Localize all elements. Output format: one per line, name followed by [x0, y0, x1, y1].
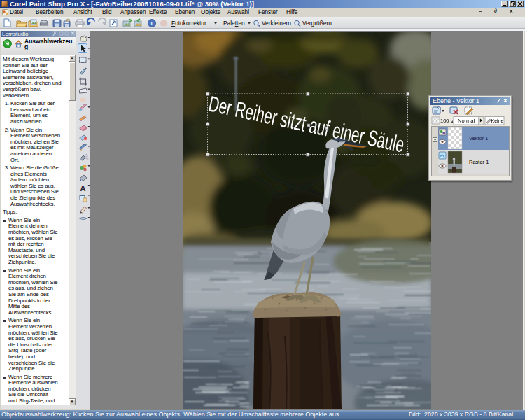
- svg-text:Paletten: Paletten: [223, 20, 245, 27]
- svg-text:Verkleinern: Verkleinern: [262, 20, 291, 27]
- svg-text:100: 100: [440, 118, 449, 124]
- svg-text:Raster 1: Raster 1: [469, 159, 489, 165]
- svg-text:Normal: Normal: [458, 118, 475, 124]
- svg-text:Vektor 1: Vektor 1: [469, 135, 489, 141]
- svg-text:A: A: [80, 184, 86, 192]
- svg-text:Fotokorrektur: Fotokorrektur: [172, 20, 206, 27]
- svg-text:Keine: Keine: [491, 118, 504, 123]
- svg-text:Vergrößern: Vergrößern: [302, 20, 332, 27]
- svg-text:i: i: [151, 20, 153, 27]
